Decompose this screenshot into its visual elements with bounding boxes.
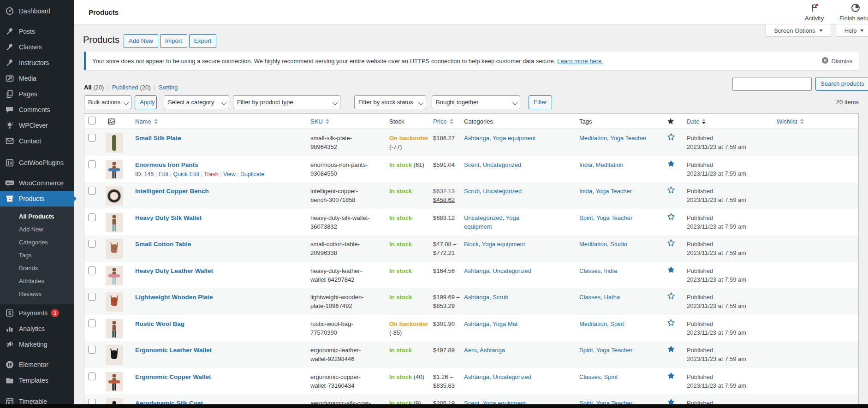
category-link[interactable]: Ashtanga: [464, 267, 489, 274]
row-checkbox[interactable]: [88, 319, 96, 327]
category-link[interactable]: Scrub: [493, 294, 508, 301]
sidebar-item-instructors[interactable]: Instructors: [0, 55, 74, 71]
tag-link[interactable]: Spirit: [604, 373, 618, 380]
category-link[interactable]: Block: [464, 241, 479, 248]
tag-link[interactable]: Classes: [579, 373, 600, 380]
learn-more-link[interactable]: Learn more here.: [557, 58, 603, 65]
product-name-link[interactable]: Small Cotton Table: [135, 241, 191, 248]
quick-edit-link[interactable]: Quick Edit: [173, 171, 199, 177]
row-checkbox[interactable]: [88, 134, 96, 142]
column-header-name[interactable]: Name: [135, 117, 309, 126]
featured-star-filled-icon[interactable]: [667, 162, 675, 169]
product-name-link[interactable]: Enormous Iron Pants: [135, 161, 198, 168]
product-thumbnail[interactable]: [106, 239, 123, 259]
row-checkbox[interactable]: [88, 293, 96, 301]
column-header-sku[interactable]: SKU: [309, 117, 389, 126]
sidebar-item-classes[interactable]: Classes: [0, 39, 74, 55]
tag-link[interactable]: Classes: [579, 267, 600, 274]
tag-link[interactable]: Yoga Teacher: [596, 214, 633, 221]
featured-star-outline-icon[interactable]: [667, 215, 675, 222]
row-checkbox[interactable]: [88, 240, 96, 248]
featured-star-filled-icon[interactable]: [667, 268, 675, 275]
category-link[interactable]: Yoga equipment: [493, 135, 536, 142]
tag-link[interactable]: Studio: [610, 241, 627, 248]
featured-star-outline-icon[interactable]: [667, 321, 675, 328]
submenu-item-all-products[interactable]: All Products: [0, 210, 74, 223]
dismiss-button[interactable]: Dismiss: [821, 57, 853, 65]
sidebar-item-wpclever[interactable]: WPClever: [0, 118, 74, 133]
sidebar-item-dashboard[interactable]: Dashboard: [0, 3, 74, 19]
sidebar-item-payments[interactable]: $Payments1: [0, 305, 74, 321]
tag-link[interactable]: Classes: [579, 294, 600, 301]
category-link[interactable]: Yoga equipment: [482, 241, 525, 248]
tag-link[interactable]: Yoga Teacher: [596, 347, 633, 354]
category-link[interactable]: Ashtanga: [480, 347, 505, 354]
category-link[interactable]: Yoga Mat: [493, 320, 517, 327]
row-checkbox[interactable]: [88, 346, 96, 354]
category-link[interactable]: Ashtanga: [464, 294, 489, 301]
submenu-item-categories[interactable]: Categories: [0, 236, 74, 249]
category-link[interactable]: Uncategorized: [464, 214, 503, 221]
featured-star-filled-icon[interactable]: [667, 374, 675, 381]
tag-link[interactable]: Meditation: [579, 320, 607, 327]
product-thumbnail[interactable]: [106, 372, 123, 391]
sidebar-item-media[interactable]: Media: [0, 71, 74, 86]
submenu-item-tags[interactable]: Tags: [0, 249, 74, 262]
row-checkbox[interactable]: [88, 160, 96, 168]
product-name-link[interactable]: Intelligent Copper Bench: [135, 188, 209, 195]
screen-options-tab[interactable]: Screen Options: [766, 24, 831, 37]
category-link[interactable]: Ashtanga: [464, 320, 489, 327]
add-new-button[interactable]: Add New: [124, 34, 158, 48]
product-name-link[interactable]: Heavy Duty Silk Wallet: [135, 214, 202, 221]
tag-link[interactable]: Spirit: [579, 214, 593, 221]
product-thumbnail[interactable]: [106, 133, 123, 153]
category-link[interactable]: Ashtanga: [464, 373, 489, 380]
row-checkbox[interactable]: [88, 373, 96, 380]
featured-star-outline-icon[interactable]: [667, 242, 675, 248]
row-checkbox[interactable]: [88, 187, 96, 195]
submenu-item-brands[interactable]: Brands: [0, 262, 74, 275]
tag-link[interactable]: India: [579, 161, 592, 168]
view-sorting[interactable]: Sorting: [159, 84, 178, 91]
submenu-item-reviews[interactable]: Reviews: [0, 288, 74, 301]
bulk-actions-select[interactable]: Bulk actions: [84, 95, 131, 109]
sidebar-item-templates[interactable]: Templates: [0, 373, 74, 388]
tag-link[interactable]: India: [579, 188, 592, 195]
featured-star-outline-icon[interactable]: [667, 189, 675, 195]
product-thumbnail[interactable]: [106, 160, 123, 179]
sidebar-item-contact[interactable]: Contact: [0, 133, 74, 149]
row-checkbox[interactable]: [88, 266, 96, 274]
activity-button[interactable]: Activity: [805, 3, 824, 22]
tag-link[interactable]: Spirit: [610, 320, 624, 327]
product-name-link[interactable]: Small Silk Plate: [135, 135, 181, 142]
sidebar-item-posts[interactable]: Posts: [0, 24, 74, 39]
tag-link[interactable]: Spirit: [579, 347, 593, 354]
sidebar-item-marketing[interactable]: Marketing: [0, 337, 74, 352]
column-header-price[interactable]: Price: [433, 117, 464, 126]
tag-link[interactable]: India: [604, 267, 617, 274]
category-link[interactable]: Uncategorized: [483, 188, 522, 195]
column-header-wishlist[interactable]: Wishlist: [775, 117, 858, 126]
category-link[interactable]: Ashtanga: [464, 135, 489, 142]
view-link[interactable]: View: [223, 171, 236, 177]
duplicate-link[interactable]: Duplicate: [240, 171, 264, 177]
tag-link[interactable]: Meditation: [595, 161, 623, 168]
product-thumbnail[interactable]: [106, 319, 123, 338]
featured-star-filled-icon[interactable]: [667, 348, 675, 355]
help-tab[interactable]: Help: [836, 24, 868, 37]
submenu-item-attributes[interactable]: Attributes: [0, 275, 74, 288]
sidebar-item-elementor[interactable]: Elementor: [0, 357, 74, 373]
stock-status-select[interactable]: Filter by stock status: [354, 95, 426, 109]
category-link[interactable]: Uncategorized: [493, 373, 531, 380]
product-name-link[interactable]: Lightweight Wooden Plate: [135, 294, 213, 301]
apply-button[interactable]: Apply: [135, 95, 157, 109]
category-select[interactable]: Select a category: [164, 95, 229, 109]
sidebar-item-woocommerce[interactable]: WooWooCommerce: [0, 175, 74, 191]
sidebar-item-products[interactable]: Products: [0, 191, 74, 207]
submenu-item-add-new[interactable]: Add New: [0, 223, 74, 236]
product-name-link[interactable]: Rustic Wool Bag: [135, 320, 184, 327]
product-thumbnail[interactable]: [106, 213, 123, 232]
featured-star-outline-icon[interactable]: [667, 136, 675, 142]
tag-link[interactable]: Hatha: [604, 294, 620, 301]
category-link[interactable]: Scrub: [464, 188, 480, 195]
